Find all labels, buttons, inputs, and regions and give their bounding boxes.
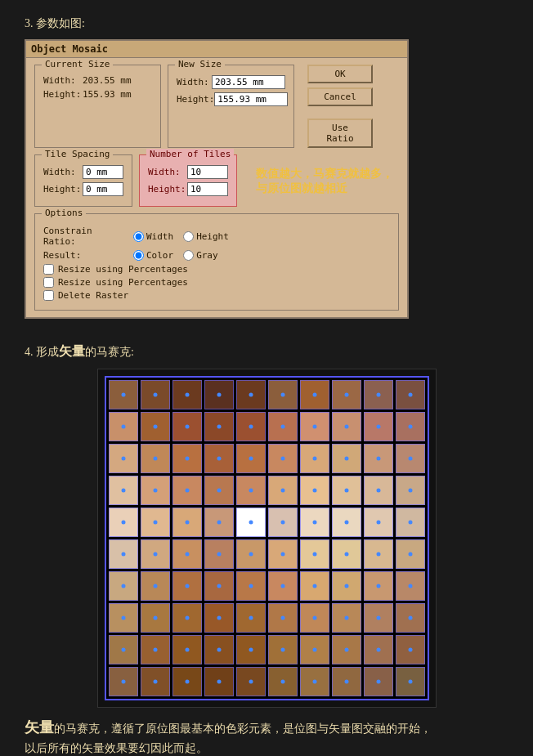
checkbox3-row: Delete Raster: [43, 290, 390, 301]
cancel-button[interactable]: Cancel: [307, 87, 373, 106]
mosaic-cell: [172, 667, 202, 696]
mosaic-cell: [204, 603, 234, 633]
mosaic-cell: [141, 508, 170, 537]
use-ratio-button[interactable]: Use Ratio: [307, 119, 373, 148]
mosaic-cell: [364, 635, 393, 664]
width-radio[interactable]: Width: [133, 231, 173, 242]
mosaic-cell: [396, 571, 425, 601]
mosaic-cell: [172, 571, 202, 601]
mosaic-cell: [141, 476, 170, 505]
mosaic-cell: [172, 508, 202, 537]
mosaic-cell: [268, 571, 298, 601]
checkbox2[interactable]: [43, 277, 54, 288]
ok-button[interactable]: OK: [307, 65, 373, 83]
mosaic-cell: [364, 476, 393, 505]
mosaic-cell: [109, 380, 138, 409]
mosaic-cell: [396, 603, 425, 633]
mosaic-cell: [332, 380, 361, 409]
mosaic-cell: [109, 444, 138, 473]
new-size-panel: New Size Width: Height:: [168, 65, 294, 148]
mosaic-cell: [204, 667, 234, 696]
mosaic-cell: [332, 667, 361, 696]
mosaic-cell: [300, 539, 329, 569]
mosaic-cell: [268, 603, 298, 633]
color-radio[interactable]: Color: [133, 250, 173, 261]
mosaic-cell: [396, 444, 425, 473]
object-mosaic-dialog: Object Mosaic Current Size Width: 203.55…: [25, 39, 409, 319]
mosaic-cell: [236, 380, 266, 409]
tile-height-input[interactable]: [83, 182, 123, 196]
mosaic-cell: [204, 571, 234, 601]
mosaic-cell: [172, 476, 202, 505]
mosaic-cell: [236, 444, 266, 473]
bottom-text: 矢量的马赛克，遵循了原位图最基本的色彩元素，是位图与矢量图交融的开始， 以后所有…: [25, 716, 508, 756]
mosaic-cell: [109, 412, 138, 441]
mosaic-cell: [364, 539, 393, 569]
mosaic-cell: [332, 571, 361, 601]
mosaic-cell: [109, 539, 138, 569]
mosaic-cell: [332, 444, 361, 473]
mosaic-cell: [268, 380, 298, 409]
mosaic-cell: [396, 667, 425, 696]
mosaic-cell: [141, 539, 170, 569]
mosaic-cell: [300, 635, 329, 664]
section4: 4. 形成矢量的马赛克: 矢量的马赛克，遵循了原位图最基本的色彩元素，是位图与矢…: [25, 343, 508, 756]
checkbox1-row: Resize using Percentages: [43, 264, 390, 275]
checkbox2-row: Resize using Percentages: [43, 277, 390, 288]
checkbox1[interactable]: [43, 264, 54, 275]
gray-radio[interactable]: Gray: [183, 250, 218, 261]
mosaic-cell: [109, 635, 138, 664]
mosaic-cell: [109, 667, 138, 696]
mosaic-cell: [204, 412, 234, 441]
mosaic-cell: [332, 476, 361, 505]
mosaic-cell: [109, 476, 138, 505]
mosaic-cell: [364, 412, 393, 441]
tile-width-input[interactable]: [83, 165, 123, 179]
current-size-panel: Current Size Width: 203.55 mm Height: 15…: [34, 65, 161, 148]
mosaic-cell: [396, 539, 425, 569]
mosaic-cell: [364, 380, 393, 409]
checkbox3[interactable]: [43, 290, 54, 301]
mosaic-cell: [300, 603, 329, 633]
mosaic-cell: [141, 380, 170, 409]
mosaic-cell: [204, 635, 234, 664]
mosaic-cell: [204, 508, 234, 537]
mosaic-cell: [236, 635, 266, 664]
mosaic-cell: [204, 539, 234, 569]
new-width-input[interactable]: [212, 75, 285, 89]
mosaic-grid: [105, 376, 429, 700]
mosaic-cell: [396, 412, 425, 441]
mosaic-cell: [300, 667, 329, 696]
mosaic-cell: [172, 444, 202, 473]
mosaic-cell: [141, 412, 170, 441]
tiles-width-input[interactable]: [187, 165, 228, 179]
mosaic-cell: [236, 571, 266, 601]
options-panel: Options Constrain Ratio: Width Height: [34, 213, 399, 311]
tiles-height-input[interactable]: [187, 182, 228, 196]
mosaic-cell: [364, 444, 393, 473]
mosaic-cell: [332, 539, 361, 569]
mosaic-cell: [172, 603, 202, 633]
mosaic-cell: [300, 444, 329, 473]
mosaic-cell: [236, 539, 266, 569]
mosaic-cell: [332, 635, 361, 664]
mosaic-cell: [236, 667, 266, 696]
mosaic-cell: [396, 476, 425, 505]
number-of-tiles-panel: Number of Tiles Width: Height:: [139, 154, 237, 207]
mosaic-cell: [268, 412, 298, 441]
mosaic-cell: [141, 444, 170, 473]
mosaic-cell: [141, 571, 170, 601]
mosaic-cell: [396, 380, 425, 409]
mosaic-cell: [204, 380, 234, 409]
new-height-input[interactable]: [214, 92, 288, 106]
mosaic-cell: [364, 667, 393, 696]
mosaic-cell: [300, 571, 329, 601]
height-radio[interactable]: Height: [183, 231, 229, 242]
mosaic-cell: [141, 667, 170, 696]
mosaic-cell: [236, 476, 266, 505]
mosaic-cell: [268, 635, 298, 664]
mosaic-cell: [268, 444, 298, 473]
section3-label: 3. 参数如图:: [25, 16, 508, 31]
mosaic-cell: [172, 412, 202, 441]
mosaic-cell: [109, 571, 138, 601]
